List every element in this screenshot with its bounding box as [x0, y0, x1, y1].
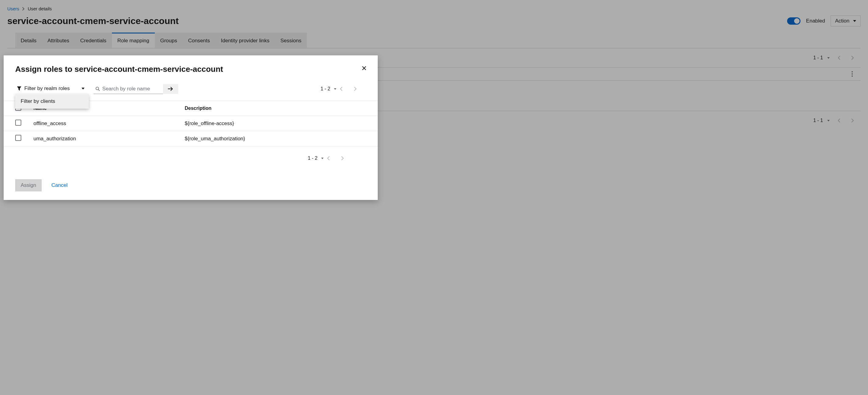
- filter-label: Filter by realm roles: [24, 86, 70, 92]
- caret-down-icon[interactable]: [332, 88, 338, 90]
- search-group: [94, 84, 178, 94]
- col-description: Description: [185, 105, 366, 111]
- filter-option-clients[interactable]: Filter by clients: [15, 94, 89, 109]
- arrow-right-icon: [168, 87, 173, 91]
- search-submit-button[interactable]: [163, 84, 178, 94]
- modal-pager-top: 1 - 2: [320, 86, 366, 92]
- row-checkbox[interactable]: [15, 135, 21, 141]
- filter-dropdown[interactable]: Filter by realm roles Filter by clients: [15, 83, 88, 95]
- row-checkbox[interactable]: [15, 120, 21, 126]
- search-box: [94, 84, 163, 94]
- cell-name: offline_access: [33, 121, 185, 127]
- pager-next[interactable]: [354, 87, 366, 91]
- svg-line-1: [98, 89, 99, 91]
- table-row: offline_access ${role_offline-access}: [4, 116, 378, 131]
- caret-down-icon: [82, 88, 85, 89]
- assign-roles-modal: Assign roles to service-account-cmem-ser…: [4, 55, 378, 200]
- cell-description: ${role_offline-access}: [185, 121, 366, 127]
- modal-pager-bottom: 1 - 2: [4, 146, 378, 161]
- svg-point-0: [96, 87, 98, 90]
- modal-title: Assign roles to service-account-cmem-ser…: [15, 64, 223, 74]
- pager-prev[interactable]: [340, 87, 352, 91]
- assign-button[interactable]: Assign: [15, 179, 42, 191]
- search-icon: [95, 86, 100, 91]
- pager-range: 1 - 2: [308, 155, 317, 161]
- caret-down-icon[interactable]: [319, 158, 326, 159]
- modal-toolbar: Filter by realm roles Filter by clients …: [4, 77, 378, 95]
- cell-name: uma_authorization: [33, 136, 185, 142]
- cell-description: ${role_uma_authorization}: [185, 136, 366, 142]
- pager-range: 1 - 2: [320, 86, 330, 92]
- toolbar-left: Filter by realm roles Filter by clients: [15, 83, 178, 95]
- modal-header: Assign roles to service-account-cmem-ser…: [4, 64, 378, 77]
- cancel-button[interactable]: Cancel: [50, 179, 69, 191]
- modal-footer: Assign Cancel: [4, 161, 378, 191]
- filter-dropdown-menu: Filter by clients: [15, 94, 89, 109]
- table-row: uma_authorization ${role_uma_authorizati…: [4, 131, 378, 146]
- close-icon[interactable]: ✕: [360, 64, 369, 72]
- pager-next[interactable]: [341, 156, 353, 160]
- pager-prev[interactable]: [327, 156, 339, 160]
- filter-icon: [17, 86, 21, 91]
- search-input[interactable]: [102, 86, 160, 92]
